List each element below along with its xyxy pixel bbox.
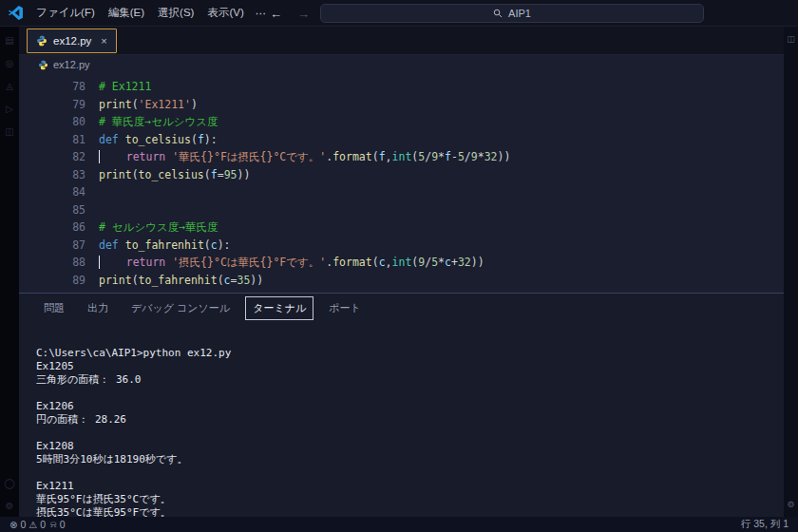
code-text: print(to_celsius(f=95)) (99, 166, 250, 184)
code-token: )) (471, 256, 484, 269)
terminal-line: C:\Users\ca\AIP1>python ex12.py (36, 347, 784, 360)
line-number[interactable]: 83 (19, 166, 86, 184)
code-token: 9 (471, 150, 478, 163)
code-token: - (451, 150, 458, 163)
back-icon[interactable]: ← (270, 7, 282, 21)
line-number[interactable]: 79 (19, 96, 86, 114)
code-token: ( (218, 274, 224, 287)
code-line[interactable]: 84 (19, 183, 784, 201)
python-file-icon (38, 60, 48, 70)
line-number[interactable]: 85 (19, 201, 86, 219)
settings-gear-icon[interactable]: ⚙ (787, 500, 794, 509)
code-token: return (126, 256, 166, 269)
code-token: ): (204, 133, 218, 146)
extensions-icon[interactable]: ◫ (5, 127, 13, 137)
cursor-position[interactable]: 行 35, 列 1 (741, 518, 788, 531)
breadcrumb-file[interactable]: ex12.py (53, 59, 90, 70)
terminal-line: 5時間3分10秒は18190秒です。 (36, 453, 784, 466)
tab-close-icon[interactable]: × (101, 35, 106, 47)
code-line[interactable]: 86# セルシウス度→華氏度 (19, 218, 784, 237)
terminal-line: Ex1206 (36, 400, 784, 413)
line-number[interactable]: 86 (19, 218, 86, 237)
panel-tab-output[interactable]: 出力 (80, 296, 116, 320)
run-debug-icon[interactable]: ▷ (6, 104, 13, 114)
breadcrumb[interactable]: ex12.py (19, 55, 784, 74)
code-line[interactable]: 83print(to_celsius(f=95)) (19, 166, 784, 184)
terminal-output: C:\Users\ca\AIP1>python ex12.pyEx1205三角形… (36, 347, 784, 517)
settings-gear-icon[interactable]: ⚙ (6, 502, 14, 511)
code-token: )) (237, 168, 250, 181)
code-token: = (218, 168, 224, 181)
line-number[interactable]: 80 (19, 113, 86, 131)
explorer-icon[interactable]: ▤ (5, 36, 13, 46)
code-token: format (332, 150, 372, 163)
code-text: # セルシウス度→華氏度 (99, 218, 218, 237)
code-token: ( (132, 274, 139, 287)
code-line[interactable]: 85 (19, 201, 784, 219)
code-token: c (224, 274, 231, 287)
search-activity-icon[interactable]: ◎ (6, 59, 14, 68)
code-token: c (445, 256, 451, 269)
code-text: def to_celsius(f): (99, 131, 218, 149)
code-line[interactable]: 82 return '華氏{}°Fは摂氏{}°Cです。'.format(f,in… (19, 148, 784, 166)
account-icon[interactable]: ◯ (4, 479, 14, 488)
code-token: return (126, 150, 166, 163)
code-token: ( (372, 150, 379, 163)
panel-tab-bar: 問題 出力 デバッグ コンソール ターミナル ポート (19, 294, 784, 322)
code-line[interactable]: 87def to_fahrenhit(c): (19, 237, 784, 255)
line-number[interactable]: 87 (19, 237, 86, 255)
command-center-search[interactable]: AIP1 (320, 4, 704, 23)
code-token: ( (204, 168, 211, 181)
code-token: print (99, 98, 132, 111)
line-number[interactable]: 84 (19, 183, 86, 201)
line-number[interactable]: 82 (19, 148, 86, 166)
panel-tab-problems[interactable]: 問題 (36, 296, 72, 320)
code-text: print(to_fahrenhit(c=35)) (99, 272, 263, 290)
panel-tab-ports[interactable]: ポート (321, 296, 369, 320)
terminal-line: Ex1211 (36, 480, 784, 493)
code-token: int (392, 256, 412, 269)
menu-overflow-icon[interactable]: ⋯ (251, 4, 272, 23)
code-token: to_fahrenhit (139, 274, 218, 287)
bell-count: 0 (60, 519, 66, 530)
menu-edit[interactable]: 編集(E) (102, 3, 151, 23)
code-line[interactable]: 79print('Ex1211') (19, 96, 784, 114)
code-text: return '摂氏{}°Cは華氏{}°Fです。'.format(c,int(9… (99, 254, 484, 272)
code-token: '摂氏{}°Cは華氏{}°Fです。' (172, 256, 326, 269)
menu-bar: ファイル(F) 編集(E) 選択(S) 表示(V) ⋯ (29, 3, 271, 23)
menu-view[interactable]: 表示(V) (200, 3, 250, 23)
code-token: # セルシウス度→華氏度 (99, 220, 218, 234)
panel-tab-terminal[interactable]: ターミナル (245, 296, 314, 320)
code-line[interactable]: 80# 華氏度→セルシウス度 (19, 113, 784, 131)
code-text: return '華氏{}°Fは摂氏{}°Cです。'.format(f,int(5… (99, 148, 510, 166)
forward-icon[interactable]: → (297, 7, 310, 21)
warning-count: 0 (40, 519, 46, 530)
search-icon (493, 9, 503, 18)
code-token: * (478, 150, 484, 163)
tab-ex12-py[interactable]: ex12.py × (27, 28, 117, 53)
code-line[interactable]: 78# Ex1211 (19, 78, 784, 96)
code-editor[interactable]: 78# Ex121179print('Ex1211')80# 華氏度→セルシウス… (19, 74, 784, 293)
error-count: 0 (20, 519, 26, 530)
code-line[interactable]: 88 return '摂氏{}°Cは華氏{}°Fです。'.format(c,in… (19, 254, 784, 272)
code-token: )) (250, 274, 263, 287)
code-line[interactable]: 81def to_celsius(f): (19, 131, 784, 149)
code-line[interactable]: 89print(to_fahrenhit(c=35)) (19, 272, 784, 290)
line-number[interactable]: 88 (19, 254, 86, 272)
code-text (99, 201, 105, 219)
menu-selection[interactable]: 選択(S) (151, 3, 200, 23)
terminal-line: 華氏95°Fは摂氏35°Cです。 (36, 493, 784, 506)
split-editor-icon[interactable]: ◫ (787, 34, 795, 44)
source-control-icon[interactable]: ◬ (6, 82, 13, 91)
line-number[interactable]: 78 (19, 78, 86, 96)
problems-status[interactable]: ⊗ 0 ⚠ 0 (10, 519, 46, 530)
line-number[interactable]: 89 (19, 272, 86, 290)
bell-status[interactable]: ⍾ 0 (50, 519, 65, 530)
code-token: c (211, 238, 218, 252)
panel-tab-debug-console[interactable]: デバッグ コンソール (124, 296, 238, 320)
terminal[interactable]: C:\Users\ca\AIP1>python ex12.pyEx1205三角形… (19, 322, 784, 517)
code-token: * (438, 256, 445, 269)
line-number[interactable]: 81 (19, 131, 86, 149)
menu-file[interactable]: ファイル(F) (29, 3, 102, 23)
search-value: AIP1 (508, 8, 531, 19)
